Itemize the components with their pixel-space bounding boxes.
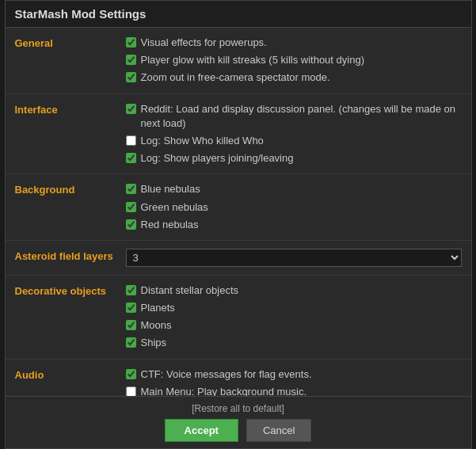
checkbox-red_nebulas[interactable]	[126, 219, 136, 230]
setting-row-audio: AudioCTF: Voice messages for flag events…	[6, 360, 471, 396]
modal-body: GeneralVisual effects for powerups.Playe…	[6, 28, 471, 396]
section-content-background: Blue nebulasGreen nebulasRed nebulas	[126, 182, 462, 232]
section-content-decorative: Distant stellar objectsPlanetsMoonsShips	[126, 283, 462, 351]
accept-button[interactable]: Accept	[165, 419, 238, 442]
checkbox-item-main_menu_music: Main Menu: Play background music.	[126, 385, 462, 396]
checkbox-item-green_nebulas: Green nebulas	[126, 200, 462, 215]
checkbox-item-blue_nebulas: Blue nebulas	[126, 182, 462, 196]
section-content-asteroid: 12345	[126, 249, 462, 267]
setting-row-general: GeneralVisual effects for powerups.Playe…	[6, 28, 471, 94]
checkbox-label-ctf_voice[interactable]: CTF: Voice messages for flag events.	[141, 367, 312, 382]
checkbox-ctf_voice[interactable]	[126, 369, 136, 379]
section-label-asteroid: Asteroid field layers	[15, 249, 126, 262]
checkbox-log_joining[interactable]	[126, 153, 136, 163]
modal-footer: [Restore all to default] Accept Cancel	[6, 396, 471, 448]
setting-row-asteroid: Asteroid field layers12345	[6, 241, 471, 276]
section-content-general: Visual effects for powerups.Player glow …	[126, 36, 462, 86]
cancel-button[interactable]: Cancel	[246, 419, 311, 442]
footer-buttons: Accept Cancel	[165, 419, 312, 442]
section-content-interface: Reddit: Load and display discussion pane…	[126, 102, 462, 166]
checkbox-reddit[interactable]	[126, 104, 136, 114]
checkbox-zoom_out[interactable]	[126, 72, 136, 82]
settings-modal: StarMash Mod Settings GeneralVisual effe…	[5, 0, 472, 449]
checkbox-item-zoom_out: Zoom out in free-camera spectator mode.	[126, 70, 462, 85]
section-content-audio: CTF: Voice messages for flag events.Main…	[126, 367, 462, 396]
checkbox-ships[interactable]	[126, 337, 136, 348]
modal-title: StarMash Mod Settings	[6, 1, 471, 28]
checkbox-label-ships[interactable]: Ships	[141, 336, 167, 350]
checkbox-player_glow[interactable]	[126, 55, 136, 65]
checkbox-label-zoom_out[interactable]: Zoom out in free-camera spectator mode.	[141, 70, 330, 85]
checkbox-item-log_killed: Log: Show Who killed Who	[126, 134, 462, 148]
checkbox-blue_nebulas[interactable]	[126, 184, 136, 194]
section-label-background: Background	[15, 182, 126, 196]
checkbox-item-reddit: Reddit: Load and display discussion pane…	[126, 102, 462, 131]
checkbox-log_killed[interactable]	[126, 135, 136, 146]
checkbox-moons[interactable]	[126, 320, 136, 330]
section-label-interface: Interface	[15, 102, 126, 116]
checkbox-main_menu_music[interactable]	[126, 386, 136, 396]
checkbox-label-red_nebulas[interactable]: Red nebulas	[141, 218, 199, 232]
checkbox-item-moons: Moons	[126, 318, 462, 333]
section-label-audio: Audio	[15, 367, 126, 381]
checkbox-planets[interactable]	[126, 303, 136, 313]
checkbox-label-log_joining[interactable]: Log: Show players joining/leaving	[141, 151, 294, 166]
setting-row-background: BackgroundBlue nebulasGreen nebulasRed n…	[6, 174, 471, 241]
checkbox-item-red_nebulas: Red nebulas	[126, 218, 462, 232]
checkbox-distant_stellar[interactable]	[126, 285, 136, 295]
setting-row-decorative: Decorative objectsDistant stellar object…	[6, 276, 471, 360]
section-label-decorative: Decorative objects	[15, 283, 126, 297]
checkbox-label-moons[interactable]: Moons	[141, 318, 172, 333]
checkbox-label-log_killed[interactable]: Log: Show Who killed Who	[141, 134, 264, 148]
checkbox-item-log_joining: Log: Show players joining/leaving	[126, 151, 462, 166]
checkbox-label-main_menu_music[interactable]: Main Menu: Play background music.	[141, 385, 307, 396]
checkbox-item-planets: Planets	[126, 301, 462, 315]
checkbox-label-reddit[interactable]: Reddit: Load and display discussion pane…	[141, 102, 462, 131]
checkbox-visual_effects[interactable]	[126, 37, 136, 48]
checkbox-item-ctf_voice: CTF: Voice messages for flag events.	[126, 367, 462, 382]
checkbox-green_nebulas[interactable]	[126, 202, 136, 212]
checkbox-label-blue_nebulas[interactable]: Blue nebulas	[141, 182, 200, 196]
checkbox-label-distant_stellar[interactable]: Distant stellar objects	[141, 283, 239, 298]
checkbox-item-visual_effects: Visual effects for powerups.	[126, 36, 462, 50]
dropdown-asteroid[interactable]: 12345	[126, 249, 462, 267]
checkbox-item-distant_stellar: Distant stellar objects	[126, 283, 462, 298]
checkbox-label-player_glow[interactable]: Player glow with kill streaks (5 kills w…	[141, 53, 364, 67]
settings-scroll[interactable]: GeneralVisual effects for powerups.Playe…	[6, 28, 471, 396]
checkbox-label-visual_effects[interactable]: Visual effects for powerups.	[141, 36, 267, 50]
checkbox-label-planets[interactable]: Planets	[141, 301, 175, 315]
checkbox-item-player_glow: Player glow with kill streaks (5 kills w…	[126, 53, 462, 67]
section-label-general: General	[15, 36, 126, 49]
checkbox-label-green_nebulas[interactable]: Green nebulas	[141, 200, 208, 215]
restore-link[interactable]: [Restore all to default]	[192, 403, 284, 414]
setting-row-interface: InterfaceReddit: Load and display discus…	[6, 94, 471, 175]
checkbox-item-ships: Ships	[126, 336, 462, 350]
